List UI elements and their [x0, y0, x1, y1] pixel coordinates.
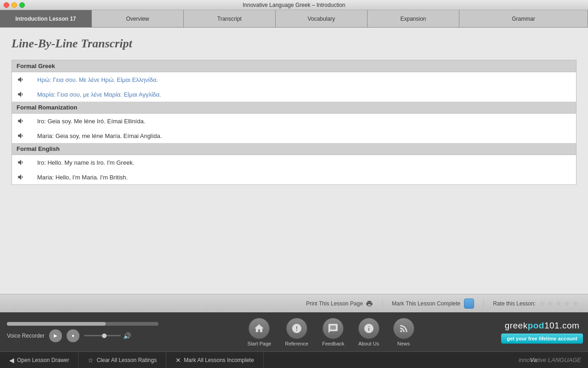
close-button[interactable] — [4, 2, 9, 8]
star-4[interactable]: ★ — [563, 299, 571, 309]
star-icon: ☆ — [88, 356, 94, 364]
nav-about-us[interactable]: About Us — [358, 318, 379, 346]
rate-label: Rate this Lesson: — [493, 300, 536, 307]
rate-lesson: Rate this Lesson: ★ ★ ★ ★ ★ — [493, 299, 579, 309]
table-row: Maria: Geia soy, me léne María. Eímai An… — [12, 128, 577, 143]
tab-expansion[interactable]: Expansion — [368, 10, 459, 27]
news-label: News — [397, 341, 410, 346]
tab-transcript[interactable]: Transcript — [184, 10, 276, 27]
brand-name: greekpod101.com — [505, 321, 580, 331]
tab-lesson[interactable]: Introduction Lesson 17 — [0, 10, 92, 27]
about-us-label: About Us — [358, 341, 379, 346]
feedback-icon — [328, 323, 339, 334]
play-button[interactable]: ▶ — [49, 329, 62, 342]
home-icon — [254, 323, 265, 334]
progress-bar[interactable] — [7, 322, 158, 326]
star-2[interactable]: ★ — [547, 299, 554, 309]
about-us-icon-circle — [358, 318, 379, 339]
maximize-button[interactable] — [19, 2, 25, 8]
minimize-button[interactable] — [11, 2, 17, 8]
reference-icon-circle — [286, 318, 307, 339]
action-bar: ◀ Open Lesson Drawer ☆ Clear All Lesson … — [0, 351, 588, 368]
nav-news[interactable]: News — [393, 318, 414, 346]
mark-complete-button[interactable]: Mark This Lesson Complete — [392, 299, 474, 309]
table-row: Iro: Geia soy. Me léne Iró. Eímai Elliní… — [12, 114, 577, 129]
tab-grammar[interactable]: Grammar — [459, 10, 588, 27]
star-rating[interactable]: ★ ★ ★ ★ ★ — [538, 299, 579, 309]
news-icon-circle — [393, 318, 414, 339]
nav-reference[interactable]: Reference — [285, 318, 308, 346]
tab-overview[interactable]: Overview — [92, 10, 184, 27]
english-line-2: Maria: Hello, I'm Maria. I'm British. — [37, 174, 128, 181]
audio-icon-2[interactable] — [17, 90, 26, 99]
free-account-button[interactable]: get your free lifetime account — [501, 334, 582, 344]
greek-line-2: Μαρία: Γεια σου, με λένε Μαρία. Είμαι Αγ… — [37, 91, 161, 98]
clear-ratings-label: Clear All Lesson Ratings — [96, 357, 157, 363]
window-title: Innovative Language Greek – Introduction — [243, 2, 345, 8]
star-5[interactable]: ★ — [571, 299, 579, 309]
audio-icon-4[interactable] — [17, 131, 26, 140]
traffic-lights — [4, 2, 25, 8]
section-header-romanization: Formal Romanization — [12, 102, 577, 114]
progress-fill — [7, 322, 106, 326]
english-line-1: Iro: Hello. My name is Iro. I'm Greek. — [37, 159, 134, 166]
print-label: Print This Lesson Page — [306, 300, 363, 307]
x-icon: ✕ — [175, 356, 181, 364]
table-row: Μαρία: Γεια σου, με λένε Μαρία. Είμαι Αγ… — [12, 87, 577, 102]
complete-checkbox[interactable] — [464, 299, 474, 309]
voice-recorder-section: Voice Recorder ▶ ● 🔊 — [0, 322, 165, 342]
feedback-label: Feedback — [322, 341, 344, 346]
content-area: Line-By-Line Transcript Formal Greek Ηρώ… — [0, 28, 588, 294]
start-page-label: Start Page — [247, 341, 271, 346]
audio-icon-3[interactable] — [17, 116, 26, 126]
table-row: Maria: Hello, I'm Maria. I'm British. — [12, 170, 577, 185]
roman-line-1: Iro: Geia soy. Me léne Iró. Eímai Elliní… — [37, 118, 145, 125]
player-footer: Voice Recorder ▶ ● 🔊 Start Pa — [0, 312, 588, 351]
mark-complete-label: Mark This Lesson Complete — [392, 300, 460, 307]
audio-icon-6[interactable] — [17, 172, 26, 182]
print-lesson-button[interactable]: Print This Lesson Page — [306, 300, 373, 307]
brand-accent: pod — [528, 321, 544, 330]
news-icon — [398, 323, 409, 334]
bottom-bar: Print This Lesson Page Mark This Lesson … — [0, 294, 588, 312]
mark-incomplete-button[interactable]: ✕ Mark All Lessons Incomplete — [166, 352, 264, 368]
branding-section: greekpod101.com get your free lifetime a… — [496, 321, 588, 344]
title-bar: Innovative Language Greek – Introduction — [0, 0, 588, 10]
section-header-greek: Formal Greek — [12, 60, 577, 72]
clear-ratings-button[interactable]: ☆ Clear All Lesson Ratings — [79, 352, 166, 368]
volume-slider[interactable]: 🔊 — [84, 332, 158, 339]
transcript-table: Formal Greek Ηρώ: Γεια σου. Με λένε Ηρώ.… — [11, 60, 577, 185]
volume-icon: 🔊 — [123, 332, 131, 339]
greek-line-1: Ηρώ: Γεια σου. Με λένε Ηρώ. Είμαι Ελληνί… — [37, 76, 158, 83]
record-button[interactable]: ● — [67, 329, 79, 342]
star-3[interactable]: ★ — [555, 299, 562, 309]
start-page-icon-circle — [249, 318, 270, 339]
page-title: Line-By-Line Transcript — [11, 37, 577, 51]
slider-track — [84, 335, 121, 336]
section-header-english: Formal English — [12, 143, 577, 155]
open-lesson-drawer-button[interactable]: ◀ Open Lesson Drawer — [0, 352, 79, 368]
slider-thumb — [102, 334, 107, 338]
tab-vocabulary[interactable]: Vocabulary — [276, 10, 368, 27]
voice-recorder-label: Voice Recorder — [7, 333, 45, 339]
innovative-footer: innoVative LANGUAGE — [512, 356, 588, 363]
printer-icon — [366, 300, 373, 307]
tabs-bar: Introduction Lesson 17 Overview Transcri… — [0, 10, 588, 28]
voice-recorder-controls: Voice Recorder ▶ ● 🔊 — [7, 329, 158, 342]
audio-icon-5[interactable] — [17, 158, 26, 167]
chevron-left-icon: ◀ — [9, 356, 14, 364]
about-icon — [363, 323, 374, 334]
reference-label: Reference — [285, 341, 308, 346]
audio-icon-1[interactable] — [17, 75, 26, 84]
nav-start-page[interactable]: Start Page — [247, 318, 271, 346]
table-row: Iro: Hello. My name is Iro. I'm Greek. — [12, 155, 577, 170]
feedback-icon-circle — [322, 318, 344, 339]
nav-feedback[interactable]: Feedback — [322, 318, 344, 346]
star-1[interactable]: ★ — [538, 299, 546, 309]
reference-icon — [291, 323, 302, 334]
table-row: Ηρώ: Γεια σου. Με λένε Ηρώ. Είμαι Ελληνί… — [12, 72, 577, 87]
brand-va: Va — [530, 356, 537, 363]
roman-line-2: Maria: Geia soy, me léne María. Eímai An… — [37, 132, 162, 139]
main-window: Introduction Lesson 17 Overview Transcri… — [0, 10, 588, 368]
mark-incomplete-label: Mark All Lessons Incomplete — [184, 357, 254, 363]
